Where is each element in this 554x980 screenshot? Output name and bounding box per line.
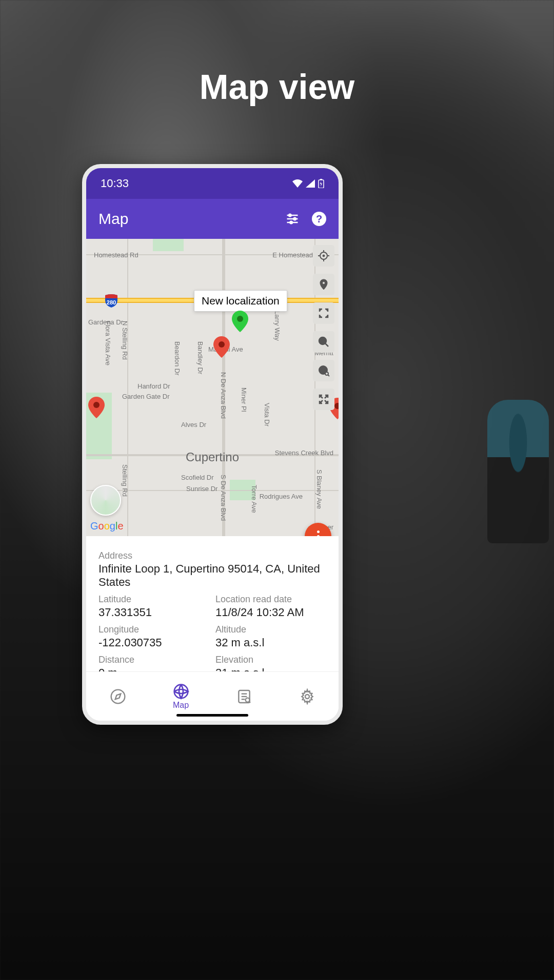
park-area xyxy=(153,239,184,251)
svg-point-7 xyxy=(290,221,292,224)
search-button[interactable] xyxy=(313,331,334,353)
compass-icon xyxy=(110,688,126,705)
street-label: Stelling Rd xyxy=(121,464,129,497)
street-label: Bandley Dr xyxy=(196,341,204,374)
svg-point-34 xyxy=(305,695,309,699)
svg-point-6 xyxy=(293,218,296,220)
nav-map-label: Map xyxy=(173,701,189,710)
svg-point-10 xyxy=(219,341,225,348)
street-label: Rodrigues Ave xyxy=(260,493,303,500)
svg-point-20 xyxy=(319,337,326,344)
minimap[interactable] xyxy=(90,485,121,516)
distance-label: Distance xyxy=(98,655,209,665)
longitude-value: -122.030735 xyxy=(98,636,209,649)
more-vertical-icon xyxy=(317,530,320,537)
google-attribution: Google xyxy=(90,520,124,532)
bottom-nav: Map xyxy=(86,671,339,721)
my-location-button[interactable] xyxy=(313,245,334,267)
nav-map[interactable]: Map xyxy=(173,683,189,710)
street-label: Flora Vista Ave xyxy=(104,321,112,365)
page-title: Map view xyxy=(0,67,554,107)
map-pin-red[interactable] xyxy=(88,397,105,418)
street-label: Sunrise Dr xyxy=(186,485,217,493)
city-label: Cupertino xyxy=(186,450,239,464)
app-bar: Map ? xyxy=(86,199,339,239)
map-pin-green[interactable] xyxy=(232,311,248,332)
map-pin-red[interactable] xyxy=(213,336,230,358)
latitude-label: Latitude xyxy=(98,594,209,605)
street-label: Torre Ave xyxy=(250,485,258,513)
nav-settings[interactable] xyxy=(299,688,315,705)
street-label: Stevens Creek Blvd xyxy=(275,449,333,457)
map-tooltip[interactable]: New localization xyxy=(194,290,287,312)
svg-point-25 xyxy=(111,689,125,703)
street-label: Beardon Dr xyxy=(173,341,181,375)
status-time: 10:33 xyxy=(101,177,129,190)
altitude-label: Altitude xyxy=(215,624,326,635)
svg-point-14 xyxy=(323,255,325,257)
battery-icon xyxy=(318,179,324,188)
svg-point-5 xyxy=(289,214,291,217)
latitude-value: 37.331351 xyxy=(98,606,209,619)
address-label: Address xyxy=(98,550,326,561)
svg-point-27 xyxy=(174,684,188,698)
street-label: Miner Pl xyxy=(240,387,248,412)
globe-icon xyxy=(173,683,189,700)
elevation-label: Elevation xyxy=(215,655,326,665)
status-bar: 10:33 xyxy=(86,168,339,199)
background-hiker xyxy=(487,400,549,543)
sliders-icon[interactable] xyxy=(285,212,300,226)
street-label: Vista Dr xyxy=(263,403,271,426)
svg-text:280: 280 xyxy=(107,299,116,305)
phone-frame: 10:33 Map ? 280 Homestead Rd E Homestead… xyxy=(82,164,343,725)
street-label: Garden Gate Dr xyxy=(122,393,170,400)
svg-line-24 xyxy=(328,375,329,376)
street-label: Alves Dr xyxy=(181,421,206,428)
gear-icon xyxy=(299,688,315,705)
expand-button[interactable] xyxy=(313,389,334,410)
interstate-shield-icon: 280 xyxy=(104,293,118,308)
longitude-label: Longitude xyxy=(98,624,209,635)
wifi-icon xyxy=(292,179,303,188)
altitude-value: 32 m a.s.l xyxy=(215,636,326,649)
street-label: N De Anza Blvd xyxy=(220,372,227,419)
nav-compass[interactable] xyxy=(110,688,126,705)
address-value: Infinite Loop 1, Cupertino 95014, CA, Un… xyxy=(98,562,326,589)
fullscreen-button[interactable] xyxy=(313,302,334,324)
svg-point-9 xyxy=(237,316,243,322)
street-label: Hanford Dr xyxy=(137,382,170,390)
street-label: Larry Way xyxy=(273,311,281,341)
help-icon[interactable]: ? xyxy=(312,212,326,226)
street-label: S De Anza Blvd xyxy=(220,475,227,521)
street-label: Homestead Rd xyxy=(94,251,138,259)
read-date-value: 11/8/24 10:32 AM xyxy=(215,606,326,619)
nav-list[interactable] xyxy=(236,688,252,705)
svg-line-21 xyxy=(325,343,328,346)
read-date-label: Location read date xyxy=(215,594,326,605)
svg-marker-26 xyxy=(115,693,121,699)
street-label: N Stelling Rd xyxy=(121,321,129,360)
list-icon xyxy=(236,688,252,705)
street-label: E Homestead xyxy=(272,251,313,259)
svg-rect-1 xyxy=(320,179,322,180)
app-bar-title: Map xyxy=(98,210,128,228)
signal-icon xyxy=(306,179,315,188)
home-indicator xyxy=(176,714,248,717)
street-label: Scofield Dr xyxy=(181,474,214,481)
map-canvas[interactable]: 280 Homestead Rd E Homestead Gardena Dr … xyxy=(86,239,339,536)
globe-search-button[interactable] xyxy=(313,360,334,381)
street-label: S Blaney Ave xyxy=(315,469,323,509)
place-marker-button[interactable] xyxy=(313,274,334,295)
svg-point-11 xyxy=(93,402,100,408)
svg-point-19 xyxy=(323,282,325,284)
